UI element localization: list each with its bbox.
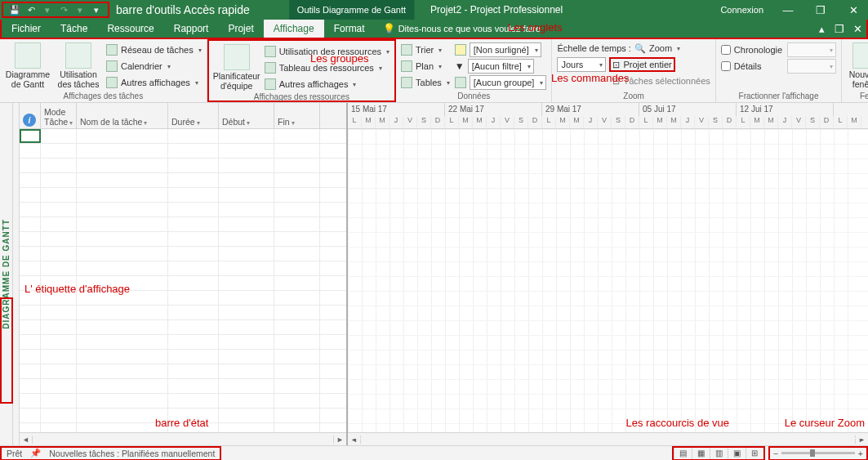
table-row[interactable]	[20, 232, 346, 247]
column-header[interactable]: i	[20, 103, 41, 128]
table-cell[interactable]	[274, 409, 320, 422]
task-usage-button[interactable]: Utilisation des tâches	[56, 41, 101, 89]
column-header[interactable]: Fin▾	[274, 103, 320, 128]
table-cell[interactable]	[168, 188, 219, 202]
table-hscrollbar[interactable]: ◄ ►	[20, 432, 346, 445]
table-cell[interactable]	[20, 423, 41, 432]
table-cell[interactable]	[168, 320, 219, 334]
table-cell[interactable]	[168, 261, 219, 275]
column-header[interactable]: Mode Tâche▾	[41, 103, 77, 128]
tab-ressource[interactable]: Ressource	[97, 20, 163, 38]
table-cell[interactable]	[274, 379, 320, 393]
gantt-scroll-right-icon[interactable]: ►	[855, 435, 868, 444]
table-cell[interactable]	[274, 129, 320, 143]
table-cell[interactable]	[20, 247, 41, 261]
table-cell[interactable]	[20, 306, 41, 319]
table-cell[interactable]	[41, 394, 77, 408]
table-cell[interactable]	[219, 394, 274, 408]
undo-icon[interactable]: ↶	[24, 3, 38, 16]
table-cell[interactable]	[77, 394, 168, 408]
table-cell[interactable]	[77, 232, 168, 246]
zoom-button[interactable]: 🔍Zoom▾	[634, 41, 680, 56]
table-row[interactable]	[20, 379, 346, 394]
group-combo[interactable]: [Aucun groupe]	[455, 75, 547, 90]
table-cell[interactable]	[168, 159, 219, 172]
table-cell[interactable]	[41, 306, 77, 319]
table-cell[interactable]	[20, 364, 41, 378]
table-cell[interactable]	[20, 144, 41, 158]
table-cell[interactable]	[274, 291, 320, 305]
table-cell[interactable]	[77, 203, 168, 217]
gantt-scroll-left-icon[interactable]: ◄	[348, 435, 361, 444]
doc-restore-button[interactable]: ❐	[830, 20, 848, 38]
table-cell[interactable]	[77, 173, 168, 187]
filter-combo[interactable]: ▼[Aucun filtre]	[455, 59, 547, 74]
close-button[interactable]: ✕	[845, 4, 861, 16]
table-cell[interactable]	[274, 306, 320, 319]
save-icon[interactable]: 💾	[8, 3, 21, 16]
table-cell[interactable]	[41, 409, 77, 422]
table-cell[interactable]	[41, 203, 77, 217]
table-cell[interactable]	[168, 394, 219, 408]
table-row[interactable]	[20, 320, 346, 335]
table-cell[interactable]	[168, 247, 219, 261]
table-cell[interactable]	[20, 232, 41, 246]
table-cell[interactable]	[219, 409, 274, 422]
timescale-combo[interactable]: Jours	[557, 57, 606, 72]
table-cell[interactable]	[41, 232, 77, 246]
column-header[interactable]: Début▾	[219, 103, 274, 128]
table-cell[interactable]	[20, 335, 41, 349]
tab-format[interactable]: Format	[324, 20, 375, 38]
table-row[interactable]	[20, 247, 346, 261]
table-cell[interactable]	[20, 409, 41, 422]
table-cell[interactable]	[41, 173, 77, 187]
table-cell[interactable]	[77, 217, 168, 231]
shortcut-report-icon[interactable]: ⊞	[746, 448, 763, 459]
table-cell[interactable]	[274, 247, 320, 261]
status-new-tasks[interactable]: Nouvelles tâches : Planifiées manuelleme…	[49, 449, 215, 458]
table-cell[interactable]	[219, 335, 274, 349]
gantt-body[interactable]	[348, 129, 868, 432]
timeline-checkbox[interactable]: Chronologie	[721, 42, 782, 57]
table-cell[interactable]	[219, 232, 274, 246]
table-cell[interactable]	[168, 291, 219, 305]
table-cell[interactable]	[219, 173, 274, 187]
table-row[interactable]	[20, 261, 346, 276]
gantt-hscrollbar[interactable]: ◄ ►	[348, 432, 868, 445]
details-checkbox[interactable]: Détails	[721, 59, 782, 74]
table-cell[interactable]	[219, 423, 274, 432]
other-res-views-button[interactable]: Autres affichages▾	[265, 77, 389, 92]
undo-dropdown-icon[interactable]: ▾	[41, 3, 54, 16]
table-cell[interactable]	[274, 320, 320, 334]
table-cell[interactable]	[274, 188, 320, 202]
table-row[interactable]	[20, 364, 346, 379]
table-cell[interactable]	[168, 379, 219, 393]
minimize-button[interactable]: —	[780, 4, 796, 16]
table-cell[interactable]	[77, 247, 168, 261]
shortcut-team-planner-icon[interactable]: ▥	[710, 448, 728, 459]
table-row[interactable]	[20, 350, 346, 364]
table-cell[interactable]	[274, 364, 320, 378]
table-cell[interactable]	[41, 188, 77, 202]
table-cell[interactable]	[168, 232, 219, 246]
table-cell[interactable]	[77, 320, 168, 334]
doc-close-button[interactable]: ✕	[848, 20, 866, 38]
table-cell[interactable]	[41, 423, 77, 432]
table-cell[interactable]	[219, 159, 274, 172]
table-cell[interactable]	[219, 276, 274, 290]
zoom-thumb[interactable]	[810, 449, 815, 457]
calendar-button[interactable]: Calendrier▾	[106, 59, 202, 74]
table-cell[interactable]	[20, 159, 41, 172]
table-cell[interactable]	[274, 350, 320, 364]
table-cell[interactable]	[219, 188, 274, 202]
tab-fichier[interactable]: Fichier	[2, 20, 51, 38]
table-cell[interactable]	[219, 261, 274, 275]
table-cell[interactable]	[77, 364, 168, 378]
table-cell[interactable]	[168, 276, 219, 290]
table-cell[interactable]	[20, 261, 41, 275]
table-cell[interactable]	[168, 173, 219, 187]
highlight-combo[interactable]: [Non surligné]	[455, 42, 547, 57]
redo-icon[interactable]: ↷	[57, 3, 70, 16]
table-cell[interactable]	[20, 173, 41, 187]
column-header[interactable]: Nom de la tâche▾	[77, 103, 168, 128]
